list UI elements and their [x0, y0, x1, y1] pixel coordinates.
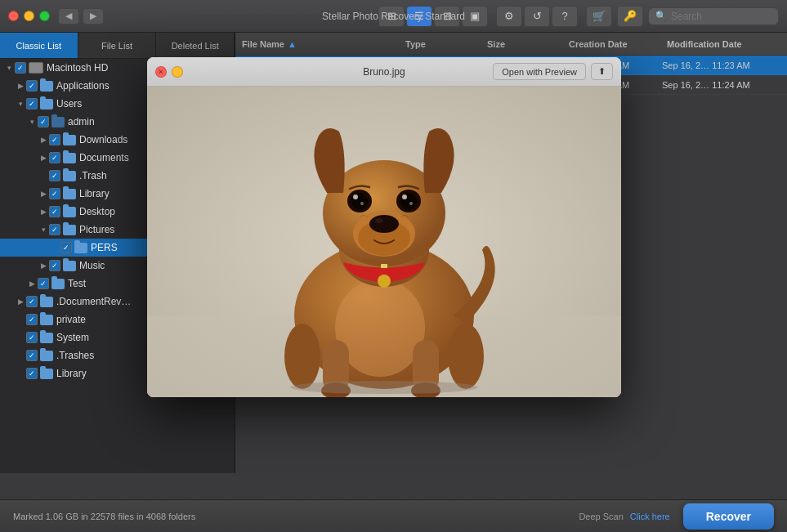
folder-icon	[74, 243, 87, 253]
label-pictures: Pictures	[79, 224, 114, 235]
folder-icon	[63, 207, 76, 217]
folder-icon	[40, 81, 53, 92]
arrow-icon: ▶	[38, 134, 49, 145]
svg-point-15	[375, 218, 383, 223]
deep-scan-label: Deep Scan	[579, 512, 623, 521]
arrow-icon: ▶	[38, 206, 49, 217]
view-gallery-button[interactable]: ▣	[462, 6, 488, 27]
label-applications: Applications	[56, 80, 110, 92]
checkbox-trashes[interactable]	[26, 350, 38, 361]
minimize-window-button[interactable]	[24, 11, 34, 21]
file-table-header: File Name ▲ Type Size Creation Date Modi…	[235, 33, 787, 56]
col-header-created: Creation Date	[569, 39, 667, 49]
help-button[interactable]: ?	[552, 6, 578, 27]
checkbox-system[interactable]	[26, 332, 38, 343]
checkbox-users[interactable]	[26, 98, 38, 110]
preview-close-button[interactable]: ✕	[155, 66, 167, 78]
svg-rect-25	[381, 264, 387, 268]
svg-point-26	[290, 381, 478, 394]
preview-title-bar: ✕ Bruno.jpg Open with Preview ⬆	[147, 57, 621, 87]
col-header-name: File Name ▲	[242, 39, 405, 49]
checkbox-private[interactable]	[26, 314, 38, 325]
click-here-link[interactable]: Click here	[630, 512, 670, 521]
label-trash: .Trash	[79, 170, 107, 181]
checkbox-trash[interactable]	[49, 170, 60, 181]
col-header-size: Size	[487, 39, 569, 49]
folder-icon	[51, 279, 65, 289]
checkbox-test[interactable]	[38, 278, 49, 289]
label-documentrev: .DocumentRev…	[56, 296, 131, 307]
svg-point-7	[448, 324, 484, 389]
checkbox-music[interactable]	[49, 260, 60, 271]
label-documents: Documents	[79, 152, 129, 163]
checkbox-documents[interactable]	[49, 152, 60, 163]
arrow-icon: ▶	[15, 296, 26, 307]
folder-icon	[40, 369, 53, 379]
label-desktop: Desktop	[79, 206, 115, 217]
key-button[interactable]: 🔑	[617, 6, 643, 27]
folder-icon	[63, 261, 76, 271]
label-admin: admin	[68, 116, 95, 127]
folder-icon	[63, 153, 76, 163]
close-window-button[interactable]	[8, 11, 19, 21]
settings-button[interactable]: ⚙	[496, 6, 522, 27]
col-header-type: Type	[405, 39, 487, 49]
checkbox-applications[interactable]	[26, 80, 38, 92]
cart-button[interactable]: 🛒	[586, 6, 612, 27]
folder-icon	[40, 315, 53, 325]
tab-classic-list[interactable]: Classic List	[0, 33, 78, 58]
checkbox-pictures[interactable]	[49, 224, 60, 235]
arrow-icon: ▶	[38, 188, 49, 199]
label-music: Music	[79, 260, 105, 271]
checkbox-macintosh-hd[interactable]	[15, 62, 26, 74]
tab-deleted-list[interactable]: Deleted List	[156, 33, 235, 58]
status-bar: Marked 1.06 GB in 22578 files in 4068 fo…	[0, 499, 787, 532]
folder-icon	[40, 297, 53, 307]
status-text: Marked 1.06 GB in 22578 files in 4068 fo…	[13, 512, 195, 521]
svg-point-18	[353, 194, 358, 199]
label-test: Test	[68, 278, 86, 289]
preview-modal: ✕ Bruno.jpg Open with Preview ⬆	[147, 57, 621, 397]
nav-buttons: ◀ ▶	[58, 8, 104, 25]
cell-modified-sam: Sep 16, 2… 11:24 AM	[662, 80, 787, 90]
search-box[interactable]: 🔍	[648, 7, 779, 25]
svg-point-14	[369, 215, 399, 233]
forward-button[interactable]: ▶	[83, 8, 104, 25]
arrow-icon: ▶	[26, 278, 38, 289]
folder-icon	[63, 135, 76, 145]
label-system: System	[56, 332, 89, 343]
folder-icon	[63, 171, 76, 181]
checkbox-library[interactable]	[49, 188, 60, 199]
preview-minimize-button[interactable]	[172, 66, 183, 78]
back-button[interactable]: ◀	[58, 8, 79, 25]
checkbox-downloads[interactable]	[49, 134, 60, 145]
open-with-preview-button[interactable]: Open with Preview	[493, 63, 586, 80]
label-downloads: Downloads	[79, 134, 127, 145]
folder-icon	[63, 225, 76, 235]
app-title: Stellar Photo Recovery Standard	[322, 11, 465, 22]
checkbox-desktop[interactable]	[49, 206, 60, 217]
arrow-icon: ▶	[38, 260, 49, 271]
preview-actions: Open with Preview ⬆	[493, 63, 613, 80]
maximize-window-button[interactable]	[39, 11, 50, 21]
action-buttons: ⚙ ↺ ?	[496, 6, 578, 27]
recover-button[interactable]: Recover	[683, 503, 774, 530]
hd-icon	[29, 62, 43, 74]
svg-point-23	[409, 202, 413, 205]
share-button[interactable]: ⬆	[591, 63, 613, 80]
cell-modified-bruno: Sep 16, 2… 11:23 AM	[662, 60, 787, 70]
search-icon: 🔍	[655, 11, 667, 21]
refresh-button[interactable]: ↺	[524, 6, 550, 27]
tab-file-list[interactable]: File List	[78, 33, 157, 58]
checkbox-admin[interactable]	[38, 116, 49, 127]
folder-icon	[63, 189, 76, 199]
folder-icon	[40, 351, 53, 361]
arrow-icon: ▶	[15, 80, 26, 92]
checkbox-library2[interactable]	[26, 368, 38, 379]
col-header-modified: Modification Date	[667, 39, 787, 49]
checkbox-pers[interactable]	[60, 242, 72, 253]
folder-icon	[40, 99, 53, 110]
checkbox-documentrev[interactable]	[26, 296, 38, 307]
label-macintosh-hd: Macintosh HD	[47, 62, 108, 74]
search-input[interactable]	[671, 11, 769, 22]
